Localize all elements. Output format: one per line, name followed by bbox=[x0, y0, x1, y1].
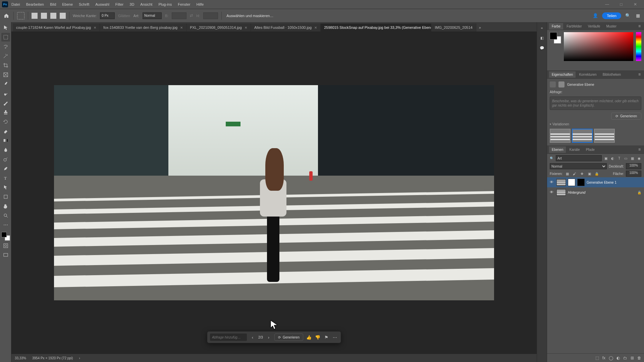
tab-ebenen[interactable]: Ebenen bbox=[549, 146, 566, 153]
link-layers-icon[interactable]: ⬚ bbox=[595, 356, 599, 360]
home-icon[interactable] bbox=[3, 12, 10, 19]
variation-thumb[interactable] bbox=[550, 129, 571, 143]
tool-heal[interactable] bbox=[1, 89, 10, 98]
variation-thumb-selected[interactable] bbox=[572, 129, 593, 143]
group-icon[interactable]: 🗀 bbox=[623, 356, 627, 360]
tool-shape[interactable] bbox=[1, 192, 10, 201]
tool-eraser[interactable] bbox=[1, 127, 10, 135]
menu-auswahl[interactable]: Auswahl bbox=[93, 1, 112, 8]
tool-hand[interactable] bbox=[1, 202, 10, 210]
mask-thumb-2[interactable] bbox=[577, 179, 585, 186]
tab-pfade[interactable]: Pfade bbox=[583, 146, 597, 153]
layer-row[interactable]: 👁 Hintergrund 🔒 bbox=[547, 187, 644, 197]
lock-paint-icon[interactable]: 🖌 bbox=[572, 171, 577, 176]
variation-thumb[interactable] bbox=[594, 129, 615, 143]
fill-input[interactable]: 100% bbox=[626, 171, 641, 177]
window-close[interactable]: ✕ bbox=[629, 2, 642, 7]
fg-bg-colors[interactable] bbox=[1, 232, 10, 241]
tool-crop[interactable] bbox=[1, 61, 10, 70]
filter-adjust-icon[interactable]: ◐ bbox=[610, 156, 615, 161]
visibility-icon[interactable]: 👁 bbox=[550, 190, 554, 195]
menu-hilfe[interactable]: Hilfe bbox=[194, 1, 206, 8]
close-icon[interactable]: ✕ bbox=[94, 26, 96, 29]
comments-panel-icon[interactable]: 💬 bbox=[538, 44, 546, 52]
tab-bibliotheken[interactable]: Bibliotheken bbox=[600, 71, 624, 78]
doc-tab[interactable]: PXL_20210908_095051314.jpg✕ bbox=[186, 23, 251, 32]
tab-muster[interactable]: Muster bbox=[603, 23, 619, 29]
tool-history-brush[interactable] bbox=[1, 117, 10, 126]
panel-menu-icon[interactable]: ≡ bbox=[637, 147, 642, 152]
tab-verlaeufe[interactable]: Verläufe bbox=[585, 23, 603, 29]
fg-bg-large[interactable] bbox=[550, 32, 561, 44]
layer-name[interactable]: Hintergrund bbox=[568, 191, 585, 194]
search-icon[interactable]: 🔍 bbox=[625, 12, 631, 19]
quickmask-icon[interactable] bbox=[1, 241, 10, 250]
generate-button[interactable]: ⟳Generieren bbox=[274, 334, 303, 341]
cloud-docs-icon[interactable]: 👤 bbox=[592, 12, 599, 19]
tab-farbfelder[interactable]: Farbfelder bbox=[564, 23, 585, 29]
layer-name[interactable]: Generative Ebene 1 bbox=[587, 181, 616, 184]
tool-wand[interactable] bbox=[1, 52, 10, 60]
close-icon[interactable]: ✕ bbox=[180, 26, 183, 29]
zoom-level[interactable]: 33,33% bbox=[15, 356, 26, 360]
tab-eigenschaften[interactable]: Eigenschaften bbox=[549, 71, 576, 78]
variations-heading[interactable]: Variationen bbox=[550, 122, 641, 126]
tool-frame[interactable] bbox=[1, 70, 10, 79]
window-maximize[interactable]: □ bbox=[614, 2, 628, 7]
layer-fx-icon[interactable]: fx bbox=[602, 356, 605, 360]
more-icon[interactable]: ⋯ bbox=[332, 334, 338, 341]
opacity-input[interactable]: 100% bbox=[626, 163, 641, 169]
mask-thumb[interactable] bbox=[568, 179, 575, 186]
hue-slider[interactable] bbox=[636, 32, 641, 61]
share-button[interactable]: Teilen bbox=[602, 12, 621, 19]
thumbs-up-icon[interactable]: 👍 bbox=[306, 334, 312, 341]
menu-fenster[interactable]: Fenster bbox=[175, 1, 193, 8]
gen-prompt-input[interactable] bbox=[210, 334, 247, 341]
doc-tab[interactable]: Altes Bild Fussball · 1050x1500.jpg✕ bbox=[251, 23, 321, 32]
lock-all-icon[interactable]: 🔒 bbox=[594, 171, 599, 176]
adjustment-layer-icon[interactable]: ◐ bbox=[616, 356, 620, 360]
filter-shape-icon[interactable]: ▭ bbox=[624, 156, 628, 161]
doc-tab-active[interactable]: 2598015 StockSnap auf Pixabay.jpg bei 33… bbox=[321, 23, 431, 32]
layer-filter-select[interactable] bbox=[556, 155, 602, 161]
panel-menu-icon[interactable]: ≡ bbox=[637, 24, 642, 28]
trash-icon[interactable]: 🗑 bbox=[637, 356, 641, 360]
layer-thumb[interactable] bbox=[556, 179, 566, 186]
tool-pen[interactable] bbox=[1, 164, 10, 173]
tab-korrekturen[interactable]: Korrekturen bbox=[576, 71, 599, 78]
menu-bearbeiten[interactable]: Bearbeiten bbox=[23, 1, 47, 8]
tool-lasso[interactable] bbox=[1, 42, 10, 51]
layer-thumb[interactable] bbox=[556, 189, 566, 196]
feather-input[interactable]: 0 Px bbox=[100, 12, 115, 19]
layer-mask-icon[interactable]: ◯ bbox=[609, 356, 613, 360]
lock-artboard-icon[interactable]: ▣ bbox=[587, 171, 592, 176]
tab-farbe[interactable]: Farbe bbox=[549, 23, 563, 29]
doc-tab[interactable]: IMG_20200625_20514 bbox=[431, 23, 476, 32]
select-and-mask-button[interactable]: Auswählen und maskieren… bbox=[225, 13, 275, 18]
tool-gradient[interactable] bbox=[1, 136, 10, 145]
close-icon[interactable]: ✕ bbox=[314, 26, 317, 29]
menu-ebene[interactable]: Ebene bbox=[59, 1, 75, 8]
tool-path-select[interactable] bbox=[1, 183, 10, 192]
blend-mode-select[interactable]: Normal bbox=[550, 163, 607, 169]
thumbs-down-icon[interactable]: 👎 bbox=[315, 334, 321, 341]
tool-stamp[interactable] bbox=[1, 108, 10, 117]
tab-kanaele[interactable]: Kanäle bbox=[567, 146, 582, 153]
filter-smart-icon[interactable]: ▦ bbox=[630, 156, 635, 161]
selection-intersect-icon[interactable] bbox=[60, 13, 66, 19]
layer-row[interactable]: 👁 Generative Ebene 1 bbox=[547, 177, 644, 187]
close-icon[interactable]: ✕ bbox=[245, 26, 247, 29]
filter-type-icon[interactable]: T bbox=[617, 156, 622, 161]
canvas-area[interactable]: ‹ 2/3 › ⟳Generieren 👍 👎 ⚑ ⋯ bbox=[11, 32, 537, 354]
flag-icon[interactable]: ⚑ bbox=[323, 334, 329, 341]
tool-move[interactable] bbox=[1, 23, 10, 32]
menu-schrift[interactable]: Schrift bbox=[76, 1, 92, 8]
panel-menu-icon[interactable]: ≡ bbox=[637, 72, 642, 77]
selection-new-icon[interactable] bbox=[32, 13, 38, 19]
color-field[interactable] bbox=[564, 32, 633, 61]
tool-zoom[interactable] bbox=[1, 211, 10, 220]
tool-dodge[interactable] bbox=[1, 155, 10, 164]
expand-dock-icon[interactable]: « bbox=[538, 24, 546, 32]
lock-position-icon[interactable]: ✥ bbox=[579, 171, 585, 176]
history-panel-icon[interactable]: ◧ bbox=[538, 34, 546, 42]
